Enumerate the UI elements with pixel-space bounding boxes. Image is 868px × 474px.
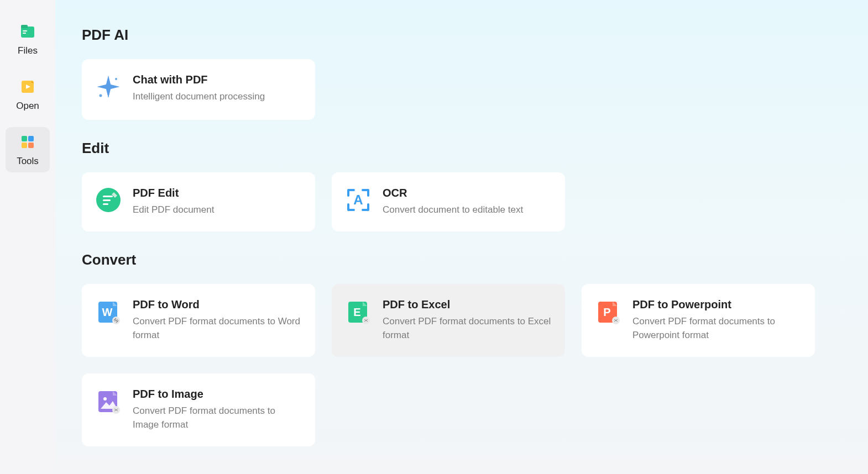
sidebar-label-files: Files <box>18 45 38 56</box>
svg-rect-15 <box>103 203 108 205</box>
section-edit: Edit PDF Edit Edit PDF document <box>82 140 841 231</box>
section-title-convert: Convert <box>82 251 841 268</box>
card-title: PDF Edit <box>133 187 302 199</box>
card-desc: Convert PDF format documents to Excel fo… <box>383 314 552 343</box>
word-icon: W <box>95 298 122 325</box>
sidebar: Files Open Tools <box>0 0 55 474</box>
card-desc: Convert PDF format documents to Image fo… <box>133 404 302 432</box>
card-title: PDF to Excel <box>383 298 552 311</box>
card-ocr[interactable]: A OCR Convert document to editable text <box>332 172 565 231</box>
powerpoint-icon: P <box>595 298 621 325</box>
section-pdf-ai: PDF AI <box>82 27 841 120</box>
card-title: OCR <box>383 187 552 199</box>
svg-rect-9 <box>28 143 34 148</box>
sidebar-label-tools: Tools <box>17 156 39 167</box>
svg-rect-6 <box>22 136 27 141</box>
svg-rect-13 <box>103 196 113 197</box>
svg-rect-1 <box>21 25 28 28</box>
card-title: PDF to Word <box>133 298 302 311</box>
svg-rect-7 <box>28 136 34 141</box>
sidebar-item-files[interactable]: Files <box>6 17 50 62</box>
svg-text:W: W <box>102 306 113 318</box>
svg-rect-3 <box>23 33 26 34</box>
card-pdf-to-word[interactable]: W PDF to Word Convert PDF format documen… <box>82 284 315 357</box>
main-content: PDF AI <box>55 0 868 474</box>
card-chat-with-pdf[interactable]: Chat with PDF Intelligent document proce… <box>82 59 315 120</box>
svg-rect-2 <box>23 30 27 31</box>
tools-icon <box>18 133 37 151</box>
svg-point-11 <box>100 94 102 97</box>
excel-icon: E <box>345 298 372 325</box>
card-title: PDF to Image <box>133 388 302 401</box>
sidebar-label-open: Open <box>16 101 39 112</box>
card-title: Chat with PDF <box>133 73 302 86</box>
svg-text:A: A <box>353 192 363 207</box>
card-pdf-to-excel[interactable]: E PDF to Excel Convert PDF format docume… <box>332 284 565 357</box>
svg-rect-14 <box>103 199 111 201</box>
card-desc: Convert document to editable text <box>383 203 552 217</box>
section-title-edit: Edit <box>82 140 841 157</box>
card-desc: Convert PDF format documents to Powerpoi… <box>632 314 802 343</box>
card-pdf-to-image[interactable]: PDF to Image Convert PDF format document… <box>82 373 315 446</box>
svg-point-27 <box>103 397 107 401</box>
sidebar-item-tools[interactable]: Tools <box>6 127 50 172</box>
sidebar-item-open[interactable]: Open <box>6 72 50 117</box>
card-desc: Intelligent document processing <box>133 89 302 104</box>
card-title: PDF to Powerpoint <box>632 298 802 311</box>
svg-text:P: P <box>603 306 610 318</box>
image-icon <box>95 388 122 414</box>
ocr-icon: A <box>345 187 372 213</box>
pdf-edit-icon <box>95 187 122 213</box>
open-icon <box>18 77 37 96</box>
card-desc: Edit PDF document <box>133 203 302 217</box>
card-desc: Convert PDF format documents to Word for… <box>133 314 302 343</box>
svg-rect-8 <box>22 143 27 148</box>
svg-point-10 <box>115 78 117 80</box>
card-pdf-to-powerpoint[interactable]: P PDF to Powerpoint Convert PDF format d… <box>582 284 815 357</box>
svg-text:E: E <box>353 306 360 318</box>
files-icon <box>18 22 37 41</box>
section-convert: Convert W PDF to Word Convert PDF format <box>82 251 841 446</box>
card-pdf-edit[interactable]: PDF Edit Edit PDF document <box>82 172 315 231</box>
section-title-pdf-ai: PDF AI <box>82 27 841 44</box>
sparkle-icon <box>95 73 122 100</box>
